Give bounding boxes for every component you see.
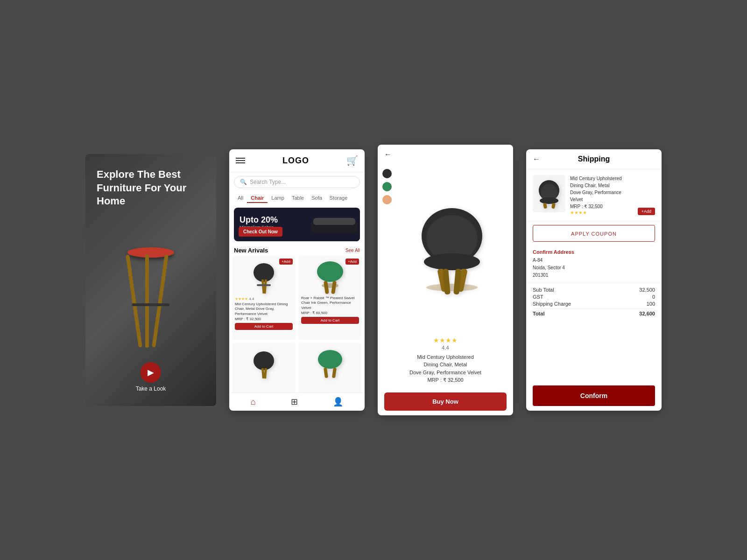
confirm-address-section: Confirm Address A-84 Noida, Sector 4 201…: [526, 245, 662, 283]
nav-grid-icon[interactable]: ⊞: [291, 397, 298, 407]
product-grid: ★★★★ 4.4 Mid Century Upholstered Dining …: [229, 256, 365, 392]
total-row: Total 32,600: [533, 308, 655, 316]
star-rating: ★★★★: [384, 336, 507, 344]
gst-row: GST 0: [533, 294, 655, 300]
product-card-1[interactable]: ★★★★ 4.4 Mid Century Upholstered Dining …: [232, 256, 296, 340]
total-value: 32,600: [639, 311, 655, 316]
svg-point-24: [426, 284, 478, 291]
listing-header: LOGO 🛒: [229, 149, 365, 172]
hero-background: Explore The Best Furniture For Your Home…: [85, 154, 216, 406]
nav-user-icon[interactable]: 👤: [333, 397, 343, 407]
svg-rect-2: [309, 233, 360, 241]
add-to-cart-button-1[interactable]: Add to Cart: [235, 323, 293, 330]
coupon-area[interactable]: APPLY COUPON: [533, 225, 655, 242]
add-to-cart-button-2[interactable]: Add to Cart: [301, 317, 359, 324]
confirm-address-label: Confirm Address: [533, 249, 655, 255]
search-bar[interactable]: 🔍 Search Type...: [234, 176, 360, 188]
tab-lamp[interactable]: Lamp: [268, 194, 288, 203]
color-swatch-dark[interactable]: [382, 169, 392, 178]
product-card-3[interactable]: [232, 343, 296, 392]
promo-banner: Upto 20% Minimalism Fabric Sofas Check O…: [234, 208, 360, 241]
shipping-charge-row: Shipping Charge 100: [533, 301, 655, 307]
stool-leg-3: [152, 254, 169, 347]
tab-table[interactable]: Table: [288, 194, 308, 203]
color-swatch-green[interactable]: [382, 182, 392, 191]
shipping-back-icon[interactable]: ←: [533, 155, 540, 163]
tab-sofa[interactable]: Sofa: [308, 194, 326, 203]
shipping-product-info: Mid Century UpholsteredDining Chair, Met…: [570, 175, 633, 215]
svg-rect-1: [313, 218, 355, 225]
shipping-title: Shipping: [540, 155, 648, 163]
color-swatches: [382, 169, 395, 327]
take-look-button[interactable]: ▶ Take a Look: [136, 362, 166, 392]
add-button-1[interactable]: +Add: [279, 259, 293, 265]
shipping-charge-label: Shipping Charge: [533, 301, 571, 307]
stool-crossbar: [132, 303, 169, 306]
screen3-detail: ← ★★★★ 4.4: [378, 145, 513, 415]
svg-point-27: [540, 197, 558, 204]
hamburger-icon[interactable]: [236, 156, 245, 165]
product-detail-info: ★★★★ 4.4 Mid Century UpholsteredDining C…: [378, 332, 513, 388]
product-name-1: Mid Century Upholstered Dining Chair, Me…: [235, 302, 293, 316]
conform-button[interactable]: Conform: [533, 385, 655, 406]
see-all-link[interactable]: See All: [345, 248, 360, 253]
svg-point-11: [254, 351, 274, 370]
stool-illustration: [118, 238, 183, 369]
shipping-product-mrp: MRP : ₹ 32,500: [570, 204, 633, 209]
detail-product-name: Mid Century UpholsteredDining Chair, Met…: [384, 353, 507, 377]
product-large-image: [395, 169, 508, 327]
play-icon[interactable]: ▶: [141, 362, 161, 383]
screen2-listing: LOGO 🛒 🔍 Search Type... All Chair Lamp T…: [229, 149, 365, 411]
subtotal-value: 32,500: [639, 287, 655, 293]
product-price-2: MRP : ₹ 60,500: [301, 311, 359, 315]
tab-all[interactable]: All: [234, 194, 247, 203]
back-arrow-icon[interactable]: ←: [384, 150, 392, 158]
product-rating-1: ★★★★ 4.4: [235, 297, 293, 301]
screen4-shipping: ← Shipping Mid Century UpholsteredDining…: [526, 149, 662, 411]
shipping-chair-image: [533, 175, 565, 212]
gst-value: 0: [652, 294, 655, 300]
buy-now-button[interactable]: Buy Now: [384, 392, 507, 411]
product-image-4: [301, 345, 359, 383]
search-input[interactable]: Search Type...: [250, 179, 286, 185]
svg-point-10: [322, 283, 338, 288]
product-card-2[interactable]: Roar + Rabbit ™ Pleated Swivel Chair Ink…: [298, 256, 362, 340]
stool-leg-1: [126, 254, 142, 347]
address-line2: Noida, Sector 4: [533, 264, 655, 272]
shipping-header: ← Shipping: [526, 149, 662, 169]
shipping-product-stars: ★★★★: [570, 210, 633, 215]
tab-chair[interactable]: Chair: [247, 194, 268, 203]
svg-rect-15: [324, 368, 328, 378]
shipping-add-button[interactable]: +Add: [638, 208, 655, 215]
svg-rect-16: [332, 368, 337, 378]
new-arrivals-section: New Arivals See All: [229, 244, 365, 256]
checkout-button[interactable]: Check Out Now: [239, 227, 282, 237]
coupon-label[interactable]: APPLY COUPON: [571, 231, 617, 237]
hero-title: Explore The Best Furniture For Your Home: [97, 168, 190, 208]
tab-storage[interactable]: Storage: [326, 194, 352, 203]
color-swatch-peach[interactable]: [382, 195, 392, 204]
product-card-4[interactable]: [298, 343, 362, 392]
add-button-2[interactable]: +Add: [345, 259, 359, 265]
promo-discount: Upto 20%: [240, 215, 278, 225]
product-detail-area: [378, 164, 513, 332]
product-price-1: MRP : ₹ 32,500: [235, 317, 293, 321]
shipping-product-row: Mid Century UpholsteredDining Chair, Met…: [526, 169, 662, 221]
search-icon: 🔍: [240, 179, 247, 185]
shipping-product-name: Mid Century UpholsteredDining Chair, Met…: [570, 175, 633, 203]
svg-point-14: [318, 350, 342, 369]
detail-price: MRP : ₹ 32,500: [384, 377, 507, 383]
svg-point-3: [254, 263, 274, 282]
svg-point-7: [317, 261, 343, 282]
gst-label: GST: [533, 294, 543, 300]
product-name-2: Roar + Rabbit ™ Pleated Swivel Chair Ink…: [301, 296, 359, 310]
rating-number: 4.4: [384, 345, 507, 350]
address-line3: 201301: [533, 272, 655, 279]
nav-home-icon[interactable]: ⌂: [251, 397, 256, 407]
new-arrivals-title: New Arivals: [234, 247, 268, 254]
detail-header: ←: [378, 145, 513, 164]
total-label: Total: [533, 311, 544, 316]
logo-text: LOGO: [282, 156, 309, 166]
bottom-nav: ⌂ ⊞ 👤: [229, 392, 365, 411]
cart-icon[interactable]: 🛒: [346, 155, 358, 166]
